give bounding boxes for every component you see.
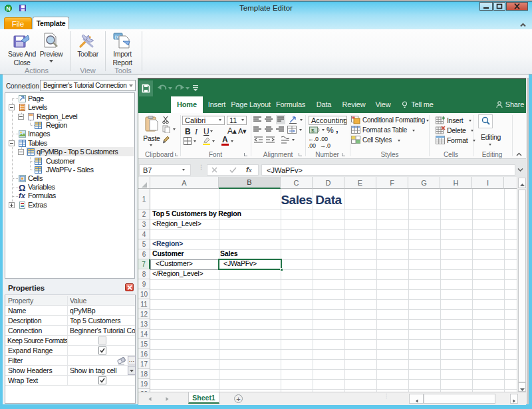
svg-text:$: $: [311, 128, 315, 134]
